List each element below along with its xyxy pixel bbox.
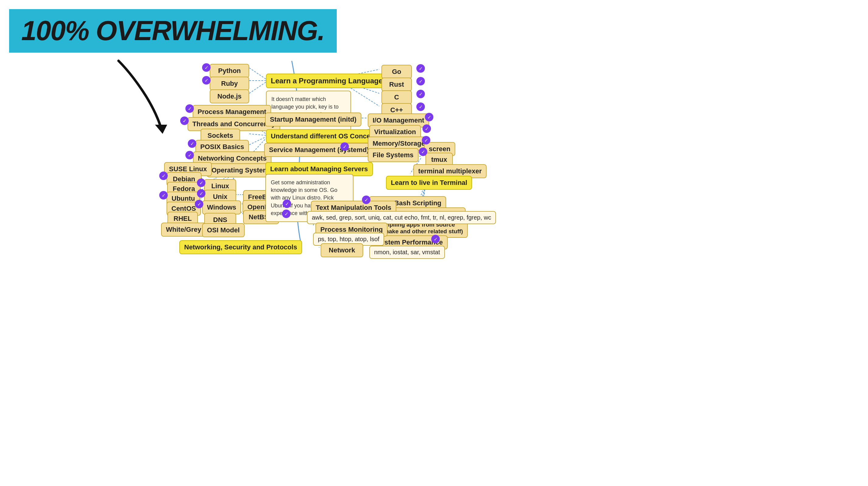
operating-system-label: Operating System [212, 166, 269, 174]
sys-perf-check: ✓ [431, 235, 440, 243]
nodejs-label: Node.js [217, 92, 241, 101]
tmux-label: tmux [431, 156, 447, 164]
networking-sec-label: Networking, Security and Protocols [184, 243, 297, 251]
unix-label: Unix [213, 193, 228, 201]
osi-label: OSI Model [207, 226, 240, 234]
learn-terminal-label: Learn to live in Terminal [391, 179, 467, 187]
go-check: ✓ [416, 64, 425, 73]
file-systems-check: ✓ [419, 147, 427, 156]
c-check: ✓ [416, 90, 425, 98]
memory-storage-label: Memory/Storage [373, 140, 425, 147]
network-label: Network [329, 246, 355, 254]
svg-line-12 [249, 137, 266, 145]
python-label: Python [218, 67, 241, 75]
threads-check: ✓ [180, 116, 189, 125]
network-node[interactable]: Network [321, 243, 363, 257]
linux-label: Linux [211, 182, 229, 190]
header-banner: 100% OVERWHELMING. [9, 9, 337, 53]
rust-check: ✓ [416, 77, 425, 85]
ruby-check: ✓ [202, 76, 211, 85]
virtualization-check: ✓ [423, 124, 431, 133]
learn-programming-label: Learn a Programming Language [271, 77, 383, 85]
process-monitor-detail-label: ps, top, htop, atop, lsof [318, 236, 379, 243]
posix-label: POSIX Basics [200, 143, 244, 151]
networking-sec-node[interactable]: Networking, Security and Protocols [179, 240, 302, 254]
learn-terminal-node[interactable]: Learn to live in Terminal [386, 176, 472, 190]
process-mgmt-check: ✓ [185, 104, 194, 113]
dns-label: DNS [213, 216, 227, 224]
svg-line-11 [249, 134, 266, 135]
io-mgmt-check: ✓ [425, 113, 433, 121]
service-mgmt-label: Service Management (systemd) [269, 146, 369, 154]
python-check: ✓ [202, 63, 211, 72]
service-mgmt-check: ✓ [340, 142, 349, 151]
windows-node[interactable]: Windows [202, 200, 241, 215]
svg-line-4 [249, 82, 266, 93]
understand-os-label: Understand different OS Concepts [271, 132, 380, 140]
networking-concepts-check: ✓ [185, 151, 194, 160]
header-title: 100% OVERWHELMING. [21, 15, 324, 47]
go-node[interactable]: Go [381, 65, 412, 79]
threads-label: Threads and Concurrency [192, 120, 275, 128]
windows-label: Windows [207, 203, 236, 211]
cpp-label: C++ [390, 106, 403, 114]
unix-check: ✓ [197, 189, 206, 198]
arrow-decoration [106, 55, 197, 140]
learn-programming-node[interactable]: Learn a Programming Language [266, 74, 388, 88]
file-systems-node[interactable]: File Systems [368, 148, 418, 162]
rust-node[interactable]: Rust [381, 78, 412, 91]
rust-label: Rust [389, 81, 404, 88]
svg-marker-0 [155, 125, 167, 134]
networking-concepts-label: Networking Concepts [198, 154, 267, 163]
nodejs-node[interactable]: Node.js [210, 89, 249, 104]
go-label: Go [392, 68, 401, 76]
screen-label: screen [429, 145, 451, 153]
virtualization-label: Virtualization [374, 128, 416, 136]
ruby-node[interactable]: Ruby [210, 77, 249, 91]
windows-check: ✓ [195, 200, 203, 208]
linux-check: ✓ [197, 178, 206, 187]
posix-check: ✓ [188, 139, 196, 148]
terminal-mux-label: terminal multiplexer [418, 167, 482, 175]
netbsd-check: ✓ [282, 209, 290, 218]
text-manip-detail-node: awk, sed, grep, sort, uniq, cat, cut ech… [307, 211, 496, 224]
c-label: C [394, 93, 399, 101]
memory-storage-check: ✓ [422, 136, 430, 144]
learn-bash-check: ✓ [362, 196, 370, 204]
startup-mgmt-label: Startup Management (initd) [270, 116, 356, 123]
process-mgmt-label: Process Management [197, 108, 266, 116]
rhel-label: RHEL [174, 215, 192, 223]
sys-perf-detail-node: nmon, iostat, sar, vmstat [369, 246, 445, 259]
osi-node[interactable]: OSI Model [202, 223, 245, 237]
io-mgmt-label: I/O Management [373, 116, 424, 124]
understand-os-node[interactable]: Understand different OS Concepts [266, 129, 385, 143]
ubuntu-check: ✓ [159, 191, 168, 200]
sys-perf-detail-label: nmon, iostat, sar, vmstat [374, 249, 440, 256]
service-mgmt-node[interactable]: Service Management (systemd) [264, 143, 374, 157]
cpp-check: ✓ [416, 103, 425, 111]
operating-system-node[interactable]: Operating System [207, 163, 274, 177]
ruby-label: Ruby [221, 80, 238, 88]
openbsd-check: ✓ [283, 200, 291, 208]
sockets-label: Sockets [208, 132, 233, 140]
c-node[interactable]: C [381, 90, 412, 104]
debian-check: ✓ [159, 172, 168, 180]
startup-mgmt-node[interactable]: Startup Management (initd) [265, 113, 361, 126]
file-systems-label: File Systems [373, 151, 414, 159]
python-node[interactable]: Python [210, 64, 249, 78]
text-manip-label: Text Manipulation Tools [316, 204, 392, 212]
text-manip-detail-label: awk, sed, grep, sort, uniq, cat, cut ech… [312, 214, 491, 221]
learn-servers-label: Learn about Managing Servers [270, 165, 368, 173]
svg-line-2 [249, 68, 266, 79]
